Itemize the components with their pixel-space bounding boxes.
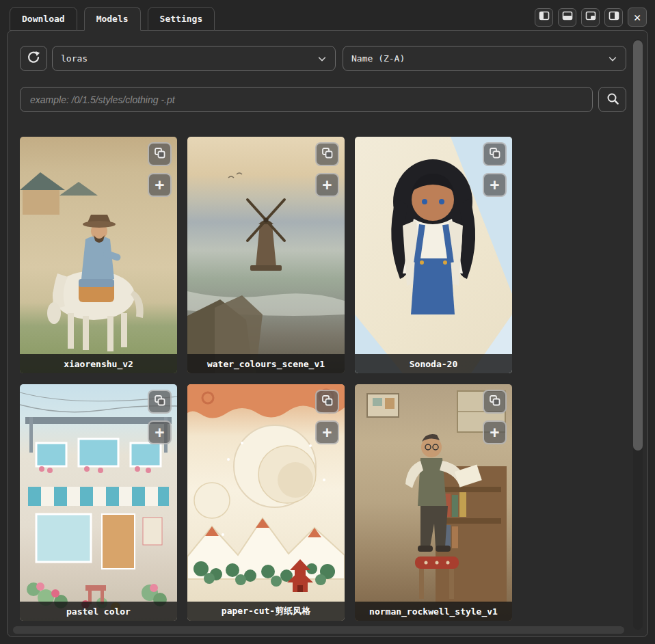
models-panel: loras Name (Z-A) — [7, 30, 648, 637]
model-card[interactable]: + paper-cut-剪纸风格 — [187, 384, 345, 621]
model-type-select[interactable]: loras — [52, 46, 336, 71]
dock-left-icon — [539, 10, 550, 24]
search-button[interactable] — [598, 87, 626, 112]
model-card[interactable]: + Sonoda-20 — [355, 137, 512, 373]
copy-model-button[interactable] — [315, 142, 339, 166]
add-model-button[interactable]: + — [315, 173, 339, 197]
model-name-label: paper-cut-剪纸风格 — [187, 602, 345, 621]
add-model-button[interactable]: + — [483, 173, 507, 197]
model-type-value: loras — [61, 53, 88, 64]
card-actions: + — [148, 390, 172, 444]
card-actions: + — [148, 142, 172, 197]
dock-right-button[interactable] — [604, 8, 623, 27]
copy-icon — [321, 394, 334, 410]
plus-icon: + — [323, 425, 332, 440]
copy-icon — [154, 394, 166, 410]
model-manager-window: Download Models Settings ✕ — [0, 0, 655, 644]
plus-icon: + — [490, 425, 500, 440]
window-controls: ✕ — [535, 8, 647, 27]
card-actions: + — [483, 390, 507, 444]
plus-icon: + — [490, 177, 500, 193]
sort-value: Name (Z-A) — [351, 53, 405, 64]
copy-model-button[interactable] — [483, 390, 507, 414]
model-name-label: pastel color — [20, 602, 177, 621]
model-card[interactable]: + water_colours_scene_v1 — [187, 137, 345, 373]
card-actions: + — [483, 142, 507, 197]
copy-model-button[interactable] — [315, 390, 339, 414]
dock-bottom-icon — [562, 10, 573, 24]
add-model-button[interactable]: + — [315, 420, 339, 444]
sort-select[interactable]: Name (Z-A) — [343, 46, 626, 71]
refresh-button[interactable] — [20, 46, 47, 71]
copy-icon — [154, 146, 166, 162]
plus-icon: + — [155, 425, 165, 440]
copy-model-button[interactable] — [148, 390, 172, 414]
tab-bar: Download Models Settings — [10, 7, 215, 31]
tab-models[interactable]: Models — [84, 7, 141, 31]
refresh-icon — [27, 51, 40, 67]
add-model-button[interactable]: + — [148, 420, 172, 444]
card-actions: + — [315, 390, 339, 444]
model-name-label: Sonoda-20 — [355, 354, 512, 373]
chevron-down-icon — [317, 54, 327, 64]
plus-icon: + — [155, 177, 165, 193]
model-card[interactable]: + norman_rockwell_style_v1 — [355, 384, 512, 621]
copy-icon — [321, 146, 334, 162]
chevron-down-icon — [608, 54, 617, 64]
tab-download[interactable]: Download — [10, 7, 77, 31]
add-model-button[interactable]: + — [148, 173, 172, 197]
copy-icon — [489, 394, 501, 410]
search-input[interactable] — [20, 87, 593, 112]
dock-bottom-right-button[interactable] — [581, 8, 600, 27]
dock-right-icon — [609, 10, 619, 24]
model-card[interactable]: + xiaorenshu_v2 — [20, 137, 177, 373]
add-model-button[interactable]: + — [483, 420, 507, 444]
close-icon: ✕ — [634, 10, 641, 24]
model-name-label: water_colours_scene_v1 — [187, 354, 345, 373]
tab-settings[interactable]: Settings — [148, 7, 215, 31]
model-card[interactable]: + pastel color — [20, 384, 177, 621]
close-button[interactable]: ✕ — [628, 8, 647, 27]
model-name-label: xiaorenshu_v2 — [20, 354, 177, 373]
horizontal-scrollbar-thumb[interactable] — [13, 626, 624, 634]
dock-bottom-button[interactable] — [558, 8, 576, 27]
model-grid: + xiaorenshu_v2 — [20, 137, 512, 621]
vertical-scrollbar-thumb[interactable] — [633, 40, 643, 451]
copy-icon — [489, 146, 501, 162]
vertical-scrollbar-track[interactable] — [633, 39, 643, 630]
search-icon — [606, 92, 619, 108]
copy-model-button[interactable] — [483, 142, 507, 166]
dock-left-button[interactable] — [535, 8, 553, 27]
model-name-label: norman_rockwell_style_v1 — [355, 602, 512, 621]
card-actions: + — [315, 142, 339, 197]
plus-icon: + — [323, 177, 332, 193]
dock-bottom-right-icon — [585, 10, 596, 24]
copy-model-button[interactable] — [148, 142, 172, 166]
